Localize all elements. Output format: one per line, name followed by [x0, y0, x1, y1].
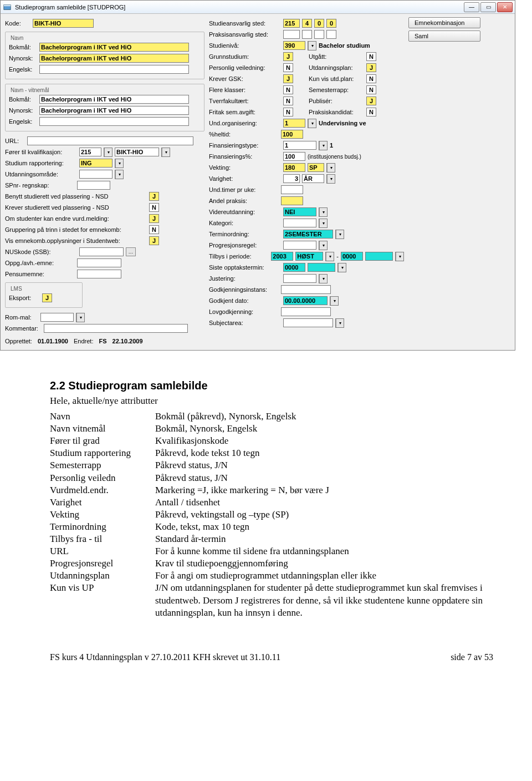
bokmal-input[interactable] [39, 43, 189, 52]
gsk-input[interactable] [283, 74, 293, 83]
siste-input[interactable] [283, 263, 305, 272]
videre-input[interactable] [283, 207, 316, 216]
rommal-input[interactable] [40, 313, 74, 322]
heltid-input[interactable] [281, 130, 303, 139]
andel-input[interactable] [281, 196, 303, 205]
finpct-input[interactable] [283, 152, 305, 161]
terminord-input[interactable] [283, 230, 333, 239]
forer-code-select[interactable]: ▾ [104, 148, 112, 157]
studieniva-select[interactable]: ▾ [308, 41, 316, 50]
grunn-input[interactable] [283, 52, 293, 61]
rommal-select[interactable]: ▾ [76, 313, 85, 322]
just-input[interactable] [283, 274, 316, 283]
attr-row: URLFor å kunne komme til sidene fra utda… [50, 545, 499, 557]
siste-select[interactable]: ▾ [337, 263, 346, 272]
finanstype-select[interactable]: ▾ [319, 141, 328, 150]
studieansvarlig-1[interactable] [283, 19, 300, 28]
pers-input[interactable] [283, 63, 293, 72]
vekting-unit[interactable] [308, 163, 324, 172]
close-button[interactable]: ✕ [497, 2, 513, 12]
siste-term[interactable] [308, 263, 335, 272]
url-input[interactable] [27, 136, 193, 145]
utd-omrade-select[interactable]: ▾ [115, 170, 124, 179]
praksis-4[interactable] [326, 30, 336, 39]
saml-button[interactable]: Saml [408, 31, 480, 42]
forer-code-input[interactable] [79, 148, 101, 156]
utdplan-input[interactable] [366, 63, 376, 72]
godkjdato-input[interactable] [283, 296, 328, 305]
varighet-unit[interactable] [302, 174, 324, 183]
forer-name-input[interactable] [115, 148, 159, 156]
kunvis-label: Kun vis utd.plan: [309, 75, 364, 82]
stud-rapp-select[interactable]: ▾ [115, 159, 124, 168]
finanstype-input[interactable] [283, 141, 316, 150]
publiser-input[interactable] [366, 97, 376, 105]
v-nynorsk-input[interactable] [39, 106, 189, 115]
kommentar-input[interactable] [44, 324, 188, 333]
lov-input[interactable] [281, 307, 331, 316]
nuskode-browse-button[interactable]: … [126, 247, 136, 256]
chevron-down-icon: ▾ [396, 252, 403, 261]
subj-input[interactable] [283, 318, 333, 327]
omstud-input[interactable] [149, 214, 159, 223]
stud-rapp-input[interactable] [79, 159, 112, 168]
v-engelsk-input[interactable] [39, 117, 189, 126]
progresjon-select[interactable]: ▾ [319, 241, 328, 250]
studieansvarlig-4[interactable] [326, 19, 336, 28]
utgatt-input[interactable] [366, 52, 376, 61]
tilbys-to-term-select[interactable]: ▾ [395, 252, 404, 261]
grupp-input[interactable] [149, 225, 159, 234]
v-bokmal-input[interactable] [39, 95, 189, 104]
tilbys-from-term-select[interactable]: ▾ [325, 252, 334, 261]
kategori-select[interactable]: ▾ [319, 219, 328, 228]
semrapp-input[interactable] [366, 85, 376, 94]
maximize-button[interactable]: ▭ [480, 2, 496, 12]
andel-label: Andel praksis: [209, 197, 281, 204]
vekting-select[interactable]: ▾ [326, 163, 335, 173]
pensum-input[interactable] [77, 270, 121, 278]
tilbys-from-term[interactable] [295, 252, 323, 261]
kunvis-input[interactable] [366, 74, 376, 83]
eksport-input[interactable] [42, 293, 52, 302]
tilbys-from-year[interactable] [271, 252, 293, 261]
fritak-input[interactable] [283, 108, 293, 116]
studieniva-input[interactable] [283, 41, 305, 50]
visemne-input[interactable] [149, 236, 159, 245]
forer-name-select[interactable]: ▾ [161, 148, 170, 157]
oppgav-input[interactable] [77, 258, 121, 267]
engelsk-input[interactable] [39, 65, 189, 74]
videre-select[interactable]: ▾ [319, 207, 328, 217]
just-select[interactable]: ▾ [319, 274, 328, 283]
subj-select[interactable]: ▾ [335, 318, 344, 328]
undtimer-input[interactable] [281, 185, 303, 194]
varighet-input[interactable] [283, 174, 300, 183]
tilbys-to-year[interactable] [341, 252, 363, 261]
tverr-input[interactable] [283, 97, 293, 105]
studieansvarlig-2[interactable] [302, 19, 312, 28]
tilbys-to-term[interactable] [365, 252, 393, 261]
nuskode-input[interactable] [79, 247, 124, 256]
progresjon-input[interactable] [283, 241, 316, 250]
kategori-input[interactable] [283, 219, 316, 227]
godkjdato-select[interactable]: ▾ [330, 296, 339, 306]
undorg-select[interactable]: ▾ [308, 119, 316, 128]
praksisk-input[interactable] [366, 108, 376, 116]
nynorsk-input[interactable] [39, 54, 189, 63]
varighet-select[interactable]: ▾ [326, 174, 335, 184]
praksis-3[interactable] [314, 30, 324, 39]
studieansvarlig-3[interactable] [314, 19, 324, 28]
kode-input[interactable] [33, 19, 94, 28]
vekting-input[interactable] [283, 163, 305, 172]
undorg-input[interactable] [283, 119, 305, 128]
utd-omrade-input[interactable] [79, 170, 112, 179]
spnr-input[interactable] [77, 181, 110, 190]
godkj-input[interactable] [281, 285, 331, 294]
terminord-select[interactable]: ▾ [335, 230, 344, 239]
klasser-input[interactable] [283, 85, 293, 94]
benytt-input[interactable] [149, 192, 159, 201]
krever-input[interactable] [149, 203, 159, 212]
praksis-1[interactable] [283, 30, 300, 39]
praksis-2[interactable] [302, 30, 312, 39]
emnekombinasjon-button[interactable]: Emnekombinasjon [408, 17, 480, 28]
minimize-button[interactable]: — [464, 2, 479, 12]
